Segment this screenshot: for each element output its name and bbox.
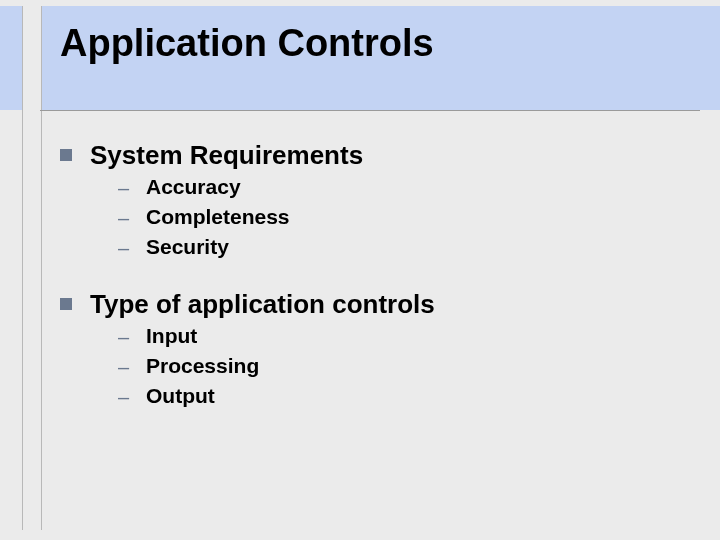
list-item: – Input: [118, 324, 680, 350]
dash-bullet-icon: –: [118, 235, 132, 261]
sub-item-label: Output: [146, 384, 215, 408]
dash-bullet-icon: –: [118, 175, 132, 201]
dash-bullet-icon: –: [118, 354, 132, 380]
sub-item-label: Security: [146, 235, 229, 259]
square-bullet-icon: [60, 298, 72, 310]
slide: Application Controls System Requirements…: [0, 0, 720, 540]
slide-title: Application Controls: [60, 22, 434, 65]
slide-content: System Requirements – Accuracy – Complet…: [60, 130, 680, 414]
dash-bullet-icon: –: [118, 205, 132, 231]
left-accent-bar: [22, 6, 42, 530]
list-item: – Completeness: [118, 205, 680, 231]
list-item: Type of application controls: [60, 289, 680, 320]
dash-bullet-icon: –: [118, 324, 132, 350]
list-item: – Accuracy: [118, 175, 680, 201]
sub-item-label: Processing: [146, 354, 259, 378]
list-item: – Processing: [118, 354, 680, 380]
list-item: – Output: [118, 384, 680, 410]
sub-item-label: Accuracy: [146, 175, 241, 199]
dash-bullet-icon: –: [118, 384, 132, 410]
sub-item-label: Input: [146, 324, 197, 348]
section-heading: Type of application controls: [90, 289, 435, 320]
list-item: – Security: [118, 235, 680, 261]
title-rule: [40, 110, 700, 111]
section-heading: System Requirements: [90, 140, 363, 171]
sub-item-label: Completeness: [146, 205, 290, 229]
list-item: System Requirements: [60, 140, 680, 171]
square-bullet-icon: [60, 149, 72, 161]
